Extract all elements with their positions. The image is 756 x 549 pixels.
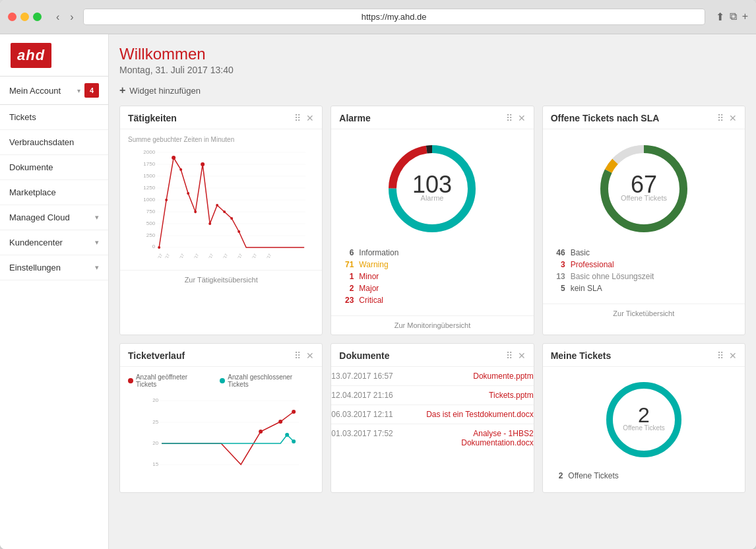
svg-text:750: 750 bbox=[146, 209, 156, 214]
svg-text:25: 25 bbox=[152, 419, 158, 425]
legend-dot-red bbox=[128, 378, 133, 383]
sidebar-item-managed-cloud[interactable]: Managed Cloud ▾ bbox=[0, 205, 108, 230]
chevron-right-icon: ▾ bbox=[95, 263, 99, 272]
close-icon[interactable]: ✕ bbox=[518, 113, 526, 123]
meine-tickets-gauge-container: 2 Offene Tickets bbox=[551, 373, 737, 466]
widget-ticketverlauf: Ticketverlauf ⠿ ✕ Anzahl geöffneter Tick… bbox=[119, 343, 323, 493]
widget-offene-tickets-body: 67 Offene Tickets 46 Basic 3 bbox=[543, 129, 745, 301]
sidebar-item-dokumente[interactable]: Dokumente bbox=[0, 155, 108, 180]
drag-icon[interactable]: ⠿ bbox=[506, 113, 513, 123]
meine-tickets-footer: 2 Offene Tickets bbox=[551, 466, 737, 486]
doc-list: 13.07.2017 16:57 Dokumente.pptm 12.04.20… bbox=[331, 367, 533, 452]
close-icon[interactable]: ✕ bbox=[306, 350, 314, 361]
sidebar-item-kundencenter[interactable]: Kundencenter ▾ bbox=[0, 230, 108, 255]
svg-point-23 bbox=[194, 210, 197, 213]
widget-offene-tickets-header: Offene Tickets nach SLA ⠿ ✕ bbox=[543, 106, 745, 129]
sidebar-item-einstellungen[interactable]: Einstellungen ▾ bbox=[0, 255, 108, 280]
close-icon[interactable]: ✕ bbox=[729, 350, 737, 361]
doc-row-3[interactable]: 06.03.2017 12:11 Das ist ein Testdokumen… bbox=[331, 405, 533, 424]
svg-point-25 bbox=[208, 222, 211, 225]
svg-point-62 bbox=[285, 433, 289, 437]
svg-text:250: 250 bbox=[146, 232, 156, 238]
back-button[interactable]: ‹ bbox=[52, 10, 63, 24]
widget-ticketverlauf-header: Ticketverlauf ⠿ ✕ bbox=[120, 344, 322, 367]
alarm-row-warning: 71 Warning bbox=[339, 259, 525, 271]
doc-name: Tickets.pptm bbox=[404, 391, 533, 400]
close-icon[interactable]: ✕ bbox=[518, 350, 526, 361]
legend-item-closed: Anzahl geschlossener Tickets bbox=[220, 373, 314, 388]
svg-point-19 bbox=[165, 199, 168, 201]
chevron-right-icon: ▾ bbox=[95, 213, 99, 222]
widget-meine-tickets-controls[interactable]: ⠿ ✕ bbox=[717, 350, 737, 361]
close-icon[interactable]: ✕ bbox=[306, 113, 314, 123]
widget-meine-tickets-title: Meine Tickets bbox=[551, 350, 612, 361]
maximize-button[interactable] bbox=[33, 13, 42, 21]
widget-dokumente-controls[interactable]: ⠿ ✕ bbox=[506, 350, 526, 361]
drag-icon[interactable]: ⠿ bbox=[717, 113, 724, 123]
svg-text:2000: 2000 bbox=[143, 149, 155, 155]
account-chevron-icon: ▾ bbox=[77, 87, 80, 94]
taetigkeiten-footer-link[interactable]: Zur Tätigkeitsübersicht bbox=[120, 270, 322, 289]
widget-dokumente-title: Dokumente bbox=[339, 350, 389, 361]
widget-ticketverlauf-controls[interactable]: ⠿ ✕ bbox=[294, 350, 314, 361]
add-tab-icon[interactable]: + bbox=[742, 11, 748, 23]
widget-offene-tickets-controls[interactable]: ⠿ ✕ bbox=[717, 113, 737, 123]
widget-taetigkeiten-controls[interactable]: ⠿ ✕ bbox=[294, 113, 314, 123]
svg-point-18 bbox=[158, 246, 160, 249]
offene-tickets-footer-link[interactable]: Zur Ticketübersicht bbox=[543, 304, 745, 323]
doc-row-1[interactable]: 13.07.2017 16:57 Dokumente.pptm bbox=[331, 367, 533, 386]
legend-label-closed: Anzahl geschlossener Tickets bbox=[228, 373, 314, 388]
doc-row-4[interactable]: 01.03.2017 17:52 Analyse - 1HBS2 Dokumen… bbox=[331, 424, 533, 452]
drag-icon[interactable]: ⠿ bbox=[294, 350, 301, 361]
doc-name: Analyse - 1HBS2 Dokumentation.docx bbox=[404, 429, 533, 447]
offene-tickets-list: 46 Basic 3 Professional 13 Basic ohne Lö… bbox=[551, 247, 737, 294]
alarme-footer-link[interactable]: Zur Monitoringübersicht bbox=[331, 315, 533, 335]
svg-text:20: 20 bbox=[152, 397, 158, 403]
drag-icon[interactable]: ⠿ bbox=[294, 113, 301, 123]
svg-text:500: 500 bbox=[146, 220, 156, 226]
ticket-count: 5 bbox=[551, 284, 565, 293]
doc-name: Das ist ein Testdokument.docx bbox=[404, 410, 533, 419]
widget-dokumente-body: 13.07.2017 16:57 Dokumente.pptm 12.04.20… bbox=[331, 367, 533, 452]
alarm-row-minor: 1 Minor bbox=[339, 271, 525, 282]
doc-row-2[interactable]: 12.04.2017 21:16 Tickets.pptm bbox=[331, 386, 533, 405]
widget-alarme-controls[interactable]: ⠿ ✕ bbox=[506, 113, 526, 123]
doc-date: 12.04.2017 21:16 bbox=[331, 391, 404, 400]
drag-icon[interactable]: ⠿ bbox=[506, 350, 513, 361]
browser-actions: ⬆ ⧉ + bbox=[716, 11, 748, 23]
svg-text:1250: 1250 bbox=[143, 185, 155, 191]
chevron-right-icon: ▾ bbox=[95, 238, 99, 247]
svg-point-27 bbox=[223, 210, 226, 213]
doc-name: Dokumente.pptm bbox=[404, 371, 533, 381]
svg-text:29.07.2017: 29.07.2017 bbox=[244, 253, 258, 258]
close-icon[interactable]: ✕ bbox=[729, 113, 737, 123]
svg-text:23.07.2017: 23.07.2017 bbox=[215, 253, 229, 258]
alarm-label: Information bbox=[359, 248, 398, 257]
alarme-gauge-container: 103 Alarme bbox=[339, 136, 525, 242]
svg-text:20.07.2017: 20.07.2017 bbox=[201, 253, 214, 258]
account-row[interactable]: Mein Account ▾ 4 bbox=[0, 77, 108, 105]
alarm-count: 6 bbox=[339, 248, 354, 257]
add-widget-bar[interactable]: + Widget hinzufügen bbox=[119, 84, 745, 96]
drag-icon[interactable]: ⠿ bbox=[717, 350, 724, 361]
widget-taetigkeiten: Tätigkeiten ⠿ ✕ Summe gebuchter Zeiten i… bbox=[119, 106, 323, 335]
close-button[interactable] bbox=[8, 13, 16, 21]
alarm-list: 6 Information 71 Warning 1 Minor bbox=[339, 247, 525, 306]
share-icon[interactable]: ⬆ bbox=[716, 11, 724, 23]
ticket-row-professional: 3 Professional bbox=[551, 259, 737, 271]
sidebar-item-verbrauchsdaten[interactable]: Verbrauchsdaten bbox=[0, 130, 108, 155]
new-tab-icon[interactable]: ⧉ bbox=[730, 11, 737, 23]
doc-date: 13.07.2017 16:57 bbox=[331, 371, 404, 381]
dashboard-top-row: Tätigkeiten ⠿ ✕ Summe gebuchter Zeiten i… bbox=[119, 106, 745, 335]
alarm-label: Minor bbox=[359, 272, 379, 281]
sidebar-item-tickets[interactable]: Tickets bbox=[0, 105, 108, 130]
ticket-count: 3 bbox=[551, 260, 565, 269]
svg-point-63 bbox=[292, 439, 296, 443]
alarm-count: 71 bbox=[339, 260, 354, 269]
sidebar-item-marketplace[interactable]: Marketplace bbox=[0, 180, 108, 205]
ticket-label: Basic ohne Lösungszeit bbox=[571, 272, 654, 281]
forward-button[interactable]: › bbox=[66, 10, 77, 24]
address-bar[interactable]: https://my.ahd.de bbox=[83, 9, 705, 25]
meine-tickets-footer-count: 2 bbox=[559, 471, 563, 480]
minimize-button[interactable] bbox=[20, 13, 29, 21]
